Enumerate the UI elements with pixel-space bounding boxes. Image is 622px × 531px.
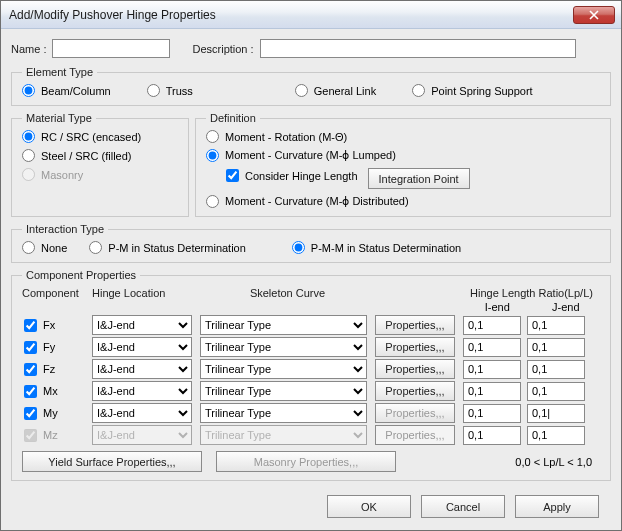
radio-point-spring[interactable]: Point Spring Support bbox=[412, 84, 533, 97]
i-end-input-mz[interactable] bbox=[463, 426, 521, 445]
interaction-type-group: Interaction Type None P-M in Status Dete… bbox=[11, 223, 611, 263]
hinge-location-select-fz[interactable]: I&J-end bbox=[92, 359, 192, 379]
col-header-component: Component bbox=[22, 287, 92, 299]
element-type-group: Element Type Beam/Column Truss General L… bbox=[11, 66, 611, 106]
apply-button[interactable]: Apply bbox=[515, 495, 599, 518]
component-check-my[interactable]: My bbox=[22, 407, 92, 420]
radio-general-link[interactable]: General Link bbox=[295, 84, 376, 97]
component-check-fz[interactable]: Fz bbox=[22, 363, 92, 376]
radio-steel-src[interactable]: Steel / SRC (filled) bbox=[22, 149, 178, 162]
description-input[interactable] bbox=[260, 39, 576, 58]
component-row-fx: FxI&J-endTrilinear TypeProperties,,, bbox=[22, 315, 600, 335]
component-check-fy[interactable]: Fy bbox=[22, 341, 92, 354]
col-header-hinge-length-ratio: Hinge Length Ratio(Lp/L) bbox=[463, 287, 600, 299]
radio-interaction-none[interactable]: None bbox=[22, 241, 67, 254]
col-header-i-end: I-end bbox=[463, 301, 532, 313]
cancel-button[interactable]: Cancel bbox=[421, 495, 505, 518]
j-end-input-fz[interactable] bbox=[527, 360, 585, 379]
i-end-input-fy[interactable] bbox=[463, 338, 521, 357]
hinge-location-select-fx[interactable]: I&J-end bbox=[92, 315, 192, 335]
component-row-fy: FyI&J-endTrilinear TypeProperties,,, bbox=[22, 337, 600, 357]
i-end-input-mx[interactable] bbox=[463, 382, 521, 401]
col-header-j-end: J-end bbox=[532, 301, 601, 313]
component-check-mx[interactable]: Mx bbox=[22, 385, 92, 398]
title-bar[interactable]: Add/Modify Pushover Hinge Properties bbox=[1, 1, 621, 29]
skeleton-curve-select-fy[interactable]: Trilinear Type bbox=[200, 337, 367, 357]
hinge-location-select-fy[interactable]: I&J-end bbox=[92, 337, 192, 357]
radio-masonry: Masonry bbox=[22, 168, 178, 181]
material-type-group: Material Type RC / SRC (encased) Steel /… bbox=[11, 112, 189, 217]
skeleton-curve-select-fx[interactable]: Trilinear Type bbox=[200, 315, 367, 335]
radio-moment-rotation[interactable]: Moment - Rotation (M-Θ) bbox=[206, 130, 600, 143]
close-button[interactable] bbox=[573, 6, 615, 24]
element-type-legend: Element Type bbox=[22, 66, 97, 78]
skeleton-curve-select-my[interactable]: Trilinear Type bbox=[200, 403, 367, 423]
ok-button[interactable]: OK bbox=[327, 495, 411, 518]
component-properties-legend: Component Properties bbox=[22, 269, 140, 281]
j-end-input-mx[interactable] bbox=[527, 382, 585, 401]
material-type-legend: Material Type bbox=[22, 112, 96, 124]
j-end-input-fy[interactable] bbox=[527, 338, 585, 357]
yield-surface-properties-button[interactable]: Yield Surface Properties,,, bbox=[22, 451, 202, 472]
name-label: Name : bbox=[11, 43, 46, 55]
properties-button-mz: Properties,,, bbox=[375, 425, 455, 445]
hinge-location-select-mz: I&J-end bbox=[92, 425, 192, 445]
j-end-input-my[interactable] bbox=[527, 404, 585, 423]
component-row-mz: MzI&J-endTrilinear TypeProperties,,, bbox=[22, 425, 600, 445]
col-header-hinge-location: Hinge Location bbox=[92, 287, 200, 299]
dialog-title: Add/Modify Pushover Hinge Properties bbox=[9, 8, 216, 22]
i-end-input-fx[interactable] bbox=[463, 316, 521, 335]
definition-group: Definition Moment - Rotation (M-Θ) Momen… bbox=[195, 112, 611, 217]
integration-point-button[interactable]: Integration Point bbox=[368, 168, 470, 189]
properties-button-my: Properties,,, bbox=[375, 403, 455, 423]
component-row-my: MyI&J-endTrilinear TypeProperties,,, bbox=[22, 403, 600, 423]
properties-button-fx[interactable]: Properties,,, bbox=[375, 315, 455, 335]
i-end-input-fz[interactable] bbox=[463, 360, 521, 379]
definition-legend: Definition bbox=[206, 112, 260, 124]
masonry-properties-button: Masonry Properties,,, bbox=[216, 451, 396, 472]
skeleton-curve-select-fz[interactable]: Trilinear Type bbox=[200, 359, 367, 379]
hinge-ratio-hint: 0,0 < Lp/L < 1,0 bbox=[515, 456, 592, 468]
radio-moment-curvature-lumped[interactable]: Moment - Curvature (M-ϕ Lumped) bbox=[206, 149, 600, 162]
description-label: Description : bbox=[192, 43, 253, 55]
radio-moment-curvature-distributed[interactable]: Moment - Curvature (M-ϕ Distributed) bbox=[206, 195, 600, 208]
component-check-mz: Mz bbox=[22, 429, 92, 442]
component-row-fz: FzI&J-endTrilinear TypeProperties,,, bbox=[22, 359, 600, 379]
close-icon bbox=[589, 10, 599, 20]
skeleton-curve-select-mz: Trilinear Type bbox=[200, 425, 367, 445]
properties-button-fz[interactable]: Properties,,, bbox=[375, 359, 455, 379]
properties-button-mx[interactable]: Properties,,, bbox=[375, 381, 455, 401]
radio-interaction-pm[interactable]: P-M in Status Determination bbox=[89, 241, 246, 254]
check-consider-hinge-length[interactable]: Consider Hinge Length bbox=[226, 169, 358, 182]
name-input[interactable] bbox=[52, 39, 170, 58]
j-end-input-mz[interactable] bbox=[527, 426, 585, 445]
j-end-input-fx[interactable] bbox=[527, 316, 585, 335]
dialog-window: Add/Modify Pushover Hinge Properties Nam… bbox=[0, 0, 622, 531]
col-header-skeleton-curve: Skeleton Curve bbox=[200, 287, 375, 299]
i-end-input-my[interactable] bbox=[463, 404, 521, 423]
radio-truss[interactable]: Truss bbox=[147, 84, 193, 97]
properties-button-fy[interactable]: Properties,,, bbox=[375, 337, 455, 357]
interaction-type-legend: Interaction Type bbox=[22, 223, 108, 235]
component-check-fx[interactable]: Fx bbox=[22, 319, 92, 332]
component-row-mx: MxI&J-endTrilinear TypeProperties,,, bbox=[22, 381, 600, 401]
hinge-location-select-my[interactable]: I&J-end bbox=[92, 403, 192, 423]
hinge-location-select-mx[interactable]: I&J-end bbox=[92, 381, 192, 401]
radio-interaction-pmm[interactable]: P-M-M in Status Determination bbox=[292, 241, 461, 254]
radio-rc-src[interactable]: RC / SRC (encased) bbox=[22, 130, 178, 143]
skeleton-curve-select-mx[interactable]: Trilinear Type bbox=[200, 381, 367, 401]
component-properties-group: Component Properties Component Hinge Loc… bbox=[11, 269, 611, 481]
radio-beam-column[interactable]: Beam/Column bbox=[22, 84, 111, 97]
